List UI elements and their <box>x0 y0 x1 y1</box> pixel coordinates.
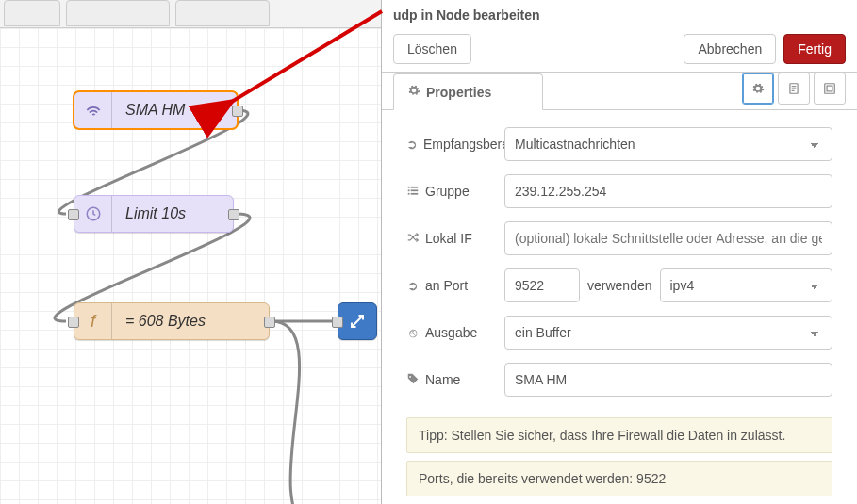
tag-icon <box>406 372 420 388</box>
login-icon: ➲ <box>406 137 418 152</box>
node-output-port[interactable] <box>264 317 275 328</box>
node-function[interactable]: f = 608 Bytes <box>74 302 270 340</box>
login-icon: ➲ <box>406 278 420 293</box>
clock-icon <box>74 196 112 232</box>
group-input[interactable] <box>504 174 832 208</box>
name-label: Name <box>406 372 504 388</box>
flow-tab-strip <box>0 0 381 28</box>
node-label: Limit 10s <box>112 205 199 222</box>
done-button[interactable]: Fertig <box>783 34 846 64</box>
node-link-out[interactable] <box>338 302 377 340</box>
svg-rect-7 <box>827 86 832 91</box>
svg-rect-11 <box>411 189 419 191</box>
node-output-port[interactable] <box>232 106 243 117</box>
ip-select[interactable]: ipv4 <box>660 268 833 302</box>
flow-canvas[interactable]: SMA HM Limit 10s f = 608 Bytes <box>0 0 381 504</box>
wifi-icon <box>74 92 112 128</box>
port-input[interactable] <box>504 268 580 302</box>
flow-tab[interactable] <box>66 0 170 26</box>
description-icon-button[interactable] <box>778 73 810 105</box>
tab-properties[interactable]: Properties <box>393 73 543 110</box>
svg-rect-12 <box>408 192 410 194</box>
panel-title: udp in Node bearbeiten <box>382 0 857 26</box>
panel-button-row: Löschen Abbrechen Fertig <box>382 26 857 73</box>
shuffle-icon <box>406 231 420 247</box>
function-icon: f <box>74 303 112 339</box>
svg-rect-8 <box>408 186 410 187</box>
svg-rect-10 <box>408 189 410 191</box>
using-label: verwenden <box>587 278 652 293</box>
port-label: ➲ an Port <box>406 278 504 293</box>
svg-rect-9 <box>411 186 419 187</box>
logout-icon: ⎋ <box>406 325 420 340</box>
svg-rect-6 <box>825 84 835 94</box>
node-label: = 608 Bytes <box>112 313 219 330</box>
appearance-icon-button[interactable] <box>814 73 846 105</box>
listen-label: ➲ Empfangsbereit <box>406 137 504 152</box>
flow-tab[interactable] <box>4 0 60 26</box>
name-input[interactable] <box>504 363 832 397</box>
node-label: SMA HM <box>112 102 198 119</box>
localif-input[interactable] <box>504 221 832 255</box>
gear-icon <box>407 84 420 100</box>
node-input-port[interactable] <box>68 209 79 220</box>
tab-properties-label: Properties <box>426 85 491 100</box>
tip-firewall: Tipp: Stellen Sie sicher, dass Ihre Fire… <box>406 417 832 453</box>
listen-select[interactable]: Multicastnachrichten <box>504 127 832 161</box>
cancel-button[interactable]: Abbrechen <box>684 34 776 64</box>
list-icon <box>406 184 420 200</box>
delete-button[interactable]: Löschen <box>393 34 471 64</box>
panel-tabs: Properties <box>382 73 857 110</box>
flow-canvas-body[interactable]: SMA HM Limit 10s f = 608 Bytes <box>0 28 381 504</box>
properties-form: ➲ Empfangsbereit Multicastnachrichten Gr… <box>382 110 857 417</box>
node-udp-in[interactable]: SMA HM <box>74 91 238 129</box>
edit-panel: udp in Node bearbeiten Löschen Abbrechen… <box>381 0 857 504</box>
localif-label: Lokal IF <box>406 231 504 247</box>
node-input-port[interactable] <box>68 317 79 328</box>
output-label: ⎋ Ausgabe <box>406 325 504 340</box>
node-input-port[interactable] <box>332 317 343 328</box>
properties-icon-button[interactable] <box>742 73 774 105</box>
svg-rect-13 <box>411 192 419 194</box>
group-label: Gruppe <box>406 184 504 200</box>
output-select[interactable]: ein Buffer <box>504 316 832 350</box>
node-delay[interactable]: Limit 10s <box>74 195 234 233</box>
node-output-port[interactable] <box>228 209 239 220</box>
expand-icon <box>338 303 376 339</box>
tip-ports: Ports, die bereits verwendet werden: 952… <box>406 461 832 496</box>
flow-tab[interactable] <box>175 0 270 26</box>
